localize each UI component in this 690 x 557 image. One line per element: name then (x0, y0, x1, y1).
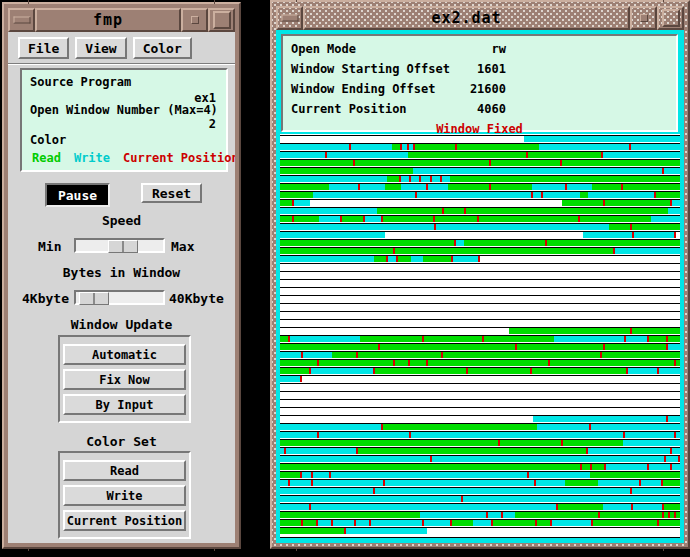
viz-segment (280, 256, 374, 262)
color-label: Color (30, 133, 66, 147)
viz-segment (280, 264, 680, 270)
viz-segment (452, 520, 473, 526)
viz-segment (280, 200, 292, 206)
viz-segment (417, 192, 531, 198)
viz-segment (280, 152, 325, 158)
viz-row (280, 367, 680, 374)
viz-segment (280, 176, 387, 182)
viz-segment (509, 328, 630, 334)
file-info-row: Open Moderw (291, 42, 681, 60)
fmp-minimize-button[interactable] (181, 8, 208, 32)
viz-segment (628, 368, 657, 374)
ex2-window-frame[interactable]: ex2.dat Open ModerwWindow Starting Offse… (270, 0, 690, 549)
viz-segment (468, 368, 530, 374)
menu-color[interactable]: Color (133, 37, 192, 59)
ex2-titlebar[interactable]: ex2.dat (276, 6, 684, 30)
ex2-window-menu-button[interactable] (276, 6, 303, 30)
open-mode-value: rw (291, 42, 506, 56)
viz-segment (358, 448, 587, 454)
viz-segment (664, 504, 680, 510)
viz-segment (473, 520, 490, 526)
viz-segment (491, 184, 532, 190)
write-set-button[interactable]: Write (63, 485, 186, 506)
viz-segment (659, 520, 680, 526)
viz-segment (641, 480, 662, 486)
minimize-icon (191, 16, 199, 24)
viz-row (280, 391, 680, 398)
legend-read: Read (32, 151, 61, 165)
viz-segment (606, 464, 647, 470)
viz-row (280, 295, 680, 302)
current-position-set-button[interactable]: Current Position (63, 510, 186, 531)
viz-segment (385, 184, 401, 190)
viz-row (280, 247, 680, 254)
viz-segment (280, 368, 309, 374)
viz-segment (562, 200, 603, 206)
viz-segment (398, 256, 410, 262)
menu-view[interactable]: View (75, 37, 126, 59)
bytes-slider[interactable] (74, 290, 165, 305)
viz-segment (676, 232, 680, 238)
viz-segment (649, 336, 666, 342)
viz-segment (280, 440, 498, 446)
viz-segment (668, 416, 680, 422)
viz-segment (533, 192, 541, 198)
fmp-window-frame[interactable]: fmp FileViewColor Source Program ex1 Ope… (2, 2, 241, 549)
pause-button[interactable]: Pause (45, 183, 110, 207)
fmp-maximize-button[interactable] (208, 8, 235, 32)
viz-segment (552, 520, 590, 526)
viz-segment (423, 256, 452, 262)
viz-segment (605, 200, 670, 206)
viz-segment (543, 192, 580, 198)
speed-min-label: Min (38, 239, 61, 254)
frame-notch (296, 0, 297, 2)
viz-segment (672, 448, 680, 454)
viz-segment (313, 472, 329, 478)
viz-segment (401, 176, 409, 182)
viz-segment (313, 192, 415, 198)
viz-segment (432, 456, 664, 462)
viz-segment (484, 336, 554, 342)
reset-button[interactable]: Reset (141, 183, 202, 203)
viz-segment (537, 424, 590, 430)
viz-segment (623, 440, 680, 446)
viz-segment (280, 376, 300, 382)
ex2-maximize-button[interactable] (657, 6, 684, 30)
viz-segment (358, 352, 441, 358)
read-set-button[interactable]: Read (63, 460, 186, 481)
viz-row (280, 439, 680, 446)
viz-segment (280, 216, 292, 222)
viz-segment (280, 344, 378, 350)
fmp-window-menu-button[interactable] (8, 8, 35, 32)
by-input-button[interactable]: By Input (63, 394, 186, 415)
fmp-titlebar[interactable]: fmp (8, 8, 235, 32)
menu-file[interactable]: File (18, 37, 69, 59)
viz-segment (355, 160, 489, 166)
speed-slider-thumb[interactable] (108, 240, 138, 253)
viz-segment (280, 384, 680, 390)
viz-segment (432, 176, 440, 182)
fix-now-button[interactable]: Fix Now (63, 369, 186, 390)
bytes-slider-thumb[interactable] (79, 292, 109, 305)
current-position-value: 4060 (291, 102, 506, 116)
viz-segment (598, 480, 639, 486)
viz-segment (280, 232, 385, 238)
viz-row (280, 399, 680, 406)
automatic-button[interactable]: Automatic (63, 344, 186, 365)
viz-segment (383, 424, 537, 430)
viz-segment (319, 360, 393, 366)
viz-segment (303, 520, 316, 526)
viz-segment (280, 208, 377, 214)
viz-segment (632, 328, 680, 334)
viz-segment (346, 528, 426, 534)
viz-segment (371, 520, 422, 526)
ex2-minimize-button[interactable] (630, 6, 657, 30)
viz-row (280, 407, 680, 414)
speed-slider[interactable] (74, 238, 165, 253)
viz-row (280, 359, 680, 366)
viz-segment (410, 360, 427, 366)
viz-row (280, 423, 680, 430)
viz-segment (634, 232, 674, 238)
viz-segment (280, 296, 680, 302)
viz-segment (450, 176, 680, 182)
